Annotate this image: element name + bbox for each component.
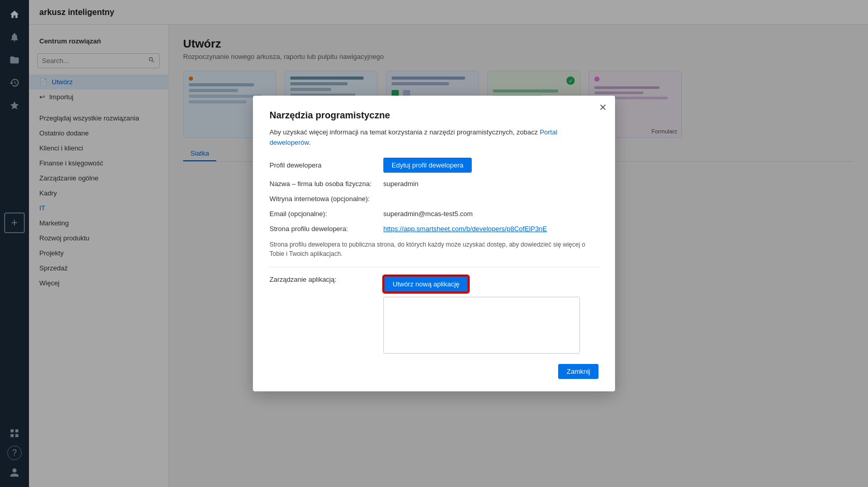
modal-section-profile-page: Strona profilu dewelopera: https://app.s… (270, 225, 598, 233)
developer-portal-link[interactable]: Portal deweloperów (270, 128, 557, 146)
modal-section-website: Witryna internetowa (opcjonalne): (270, 195, 598, 203)
modal-value-email: superadmin@mcas-test5.com (383, 210, 473, 218)
modal-overlay: ✕ Narzędzia programistyczne Aby uzyskać … (0, 0, 868, 487)
modal-section-email: Email (opcjonalne): superadmin@mcas-test… (270, 210, 598, 218)
modal-profile-info: Strona profilu dewelopera to publiczna s… (270, 240, 598, 258)
modal-manage-label: Zarządzanie aplikacją: (270, 276, 383, 283)
edit-profile-button[interactable]: Edytuj profil dewelopera (383, 158, 472, 173)
modal-section-name: Nazwa – firma lub osoba fizyczna: supera… (270, 180, 598, 188)
close-button[interactable]: Zamknij (558, 364, 598, 379)
modal-label-website: Witryna internetowa (opcjonalne): (270, 195, 383, 203)
modal-label-name: Nazwa – firma lub osoba fizyczna: (270, 180, 383, 188)
modal-manage-row: Zarządzanie aplikacją: Utwórz nową aplik… (270, 276, 598, 354)
modal-close-button[interactable]: ✕ (599, 102, 607, 113)
modal-label-profile-page: Strona profilu dewelopera: (270, 225, 383, 233)
profile-page-link[interactable]: https://app.smartsheet.com/b/developers/… (383, 225, 547, 233)
app-list-box (383, 297, 580, 354)
modal-divider (270, 267, 598, 267)
modal-title: Narzędzia programistyczne (270, 110, 598, 121)
modal-label-profile: Profil dewelopera (270, 161, 383, 169)
modal-value-name: superadmin (383, 180, 418, 188)
modal-label-email: Email (opcjonalne): (270, 210, 383, 218)
developer-tools-modal: ✕ Narzędzia programistyczne Aby uzyskać … (253, 96, 615, 391)
modal-footer: Zamknij (270, 364, 598, 379)
manage-right: Utwórz nową aplikację (383, 276, 580, 354)
modal-section-profile: Profil dewelopera Edytuj profil dewelope… (270, 158, 598, 173)
modal-intro: Aby uzyskać więcej informacji na temat k… (270, 127, 598, 147)
create-app-button[interactable]: Utwórz nową aplikację (383, 276, 469, 293)
